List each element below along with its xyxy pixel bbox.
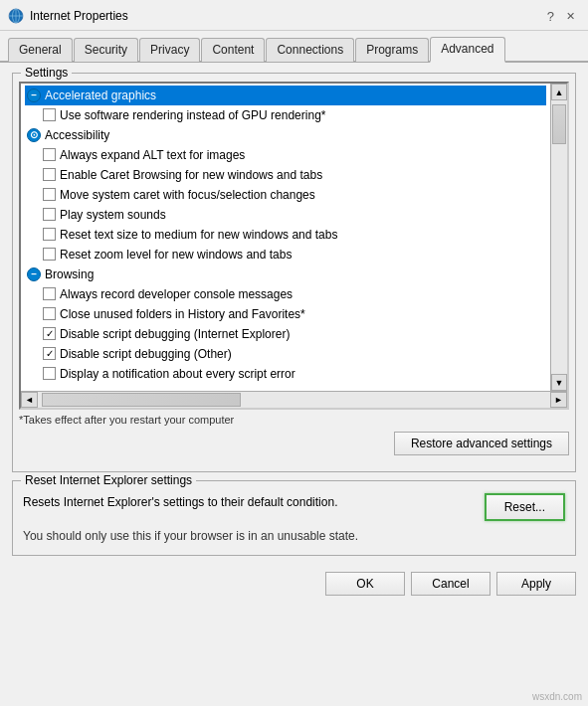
help-button[interactable]: ?	[547, 9, 554, 24]
restore-advanced-button[interactable]: Restore advanced settings	[394, 432, 569, 455]
tabs-bar: General Security Privacy Content Connect…	[0, 31, 588, 63]
scroll-thumb-area	[551, 100, 567, 374]
checkbox-disable-script-ie[interactable]: ✓	[43, 327, 56, 340]
reset-group-title: Reset Internet Explorer settings	[21, 473, 196, 487]
tab-security[interactable]: Security	[74, 38, 138, 62]
list-item-reset-text-size[interactable]: Reset text size to medium for new window…	[25, 225, 546, 245]
list-item-disable-script-ie[interactable]: ✓ Disable script debugging (Internet Exp…	[25, 324, 546, 344]
reset-description: Resets Internet Explorer's settings to t…	[23, 493, 473, 511]
checkbox-reset-text-size[interactable]	[43, 228, 56, 241]
item-label: Disable script debugging (Other)	[60, 345, 232, 363]
cancel-button[interactable]: Cancel	[411, 572, 490, 596]
list-item-browsing[interactable]: – Browsing	[25, 265, 546, 284]
bottom-buttons: OK Cancel Apply	[12, 568, 576, 600]
list-item-display-notification[interactable]: Display a notification about every scrip…	[25, 364, 546, 384]
checkbox-alt-text[interactable]	[43, 148, 56, 161]
list-item-system-sounds[interactable]: Play system sounds	[25, 205, 546, 225]
tab-privacy[interactable]: Privacy	[139, 38, 200, 62]
window-controls: ? ✕	[547, 6, 580, 26]
reset-button[interactable]: Reset...	[485, 493, 565, 521]
list-item-disable-script-other[interactable]: ✓ Disable script debugging (Other)	[25, 344, 546, 364]
checkbox-reset-zoom[interactable]	[43, 248, 56, 261]
item-label: Display a notification about every scrip…	[60, 365, 295, 383]
checkbox-software-rendering[interactable]	[43, 108, 56, 121]
list-item-accelerated-graphics[interactable]: – Accelerated graphics	[25, 86, 546, 105]
scroll-down-btn[interactable]: ▼	[551, 374, 567, 391]
item-label: Always record developer console messages	[60, 285, 293, 303]
h-scroll-track	[38, 392, 550, 408]
settings-list-outer: – Accelerated graphics Use software rend…	[19, 82, 569, 410]
close-button[interactable]: ✕	[560, 6, 580, 26]
vertical-scrollbar[interactable]: ▲ ▼	[550, 84, 567, 391]
watermark: wsxdn.com	[532, 691, 582, 702]
list-item-caret-browsing[interactable]: Enable Caret Browsing for new windows an…	[25, 165, 546, 185]
list-content: – Accelerated graphics Use software rend…	[21, 84, 550, 391]
item-label: Use software rendering instead of GPU re…	[60, 106, 325, 124]
category-icon-accessibility: ⊙	[27, 128, 41, 142]
tab-connections[interactable]: Connections	[266, 38, 354, 62]
list-item-reset-zoom[interactable]: Reset zoom level for new windows and tab…	[25, 245, 546, 265]
scroll-right-btn[interactable]: ►	[550, 392, 567, 408]
ok-button[interactable]: OK	[325, 572, 405, 596]
reset-btn-area: Reset...	[485, 493, 565, 521]
reset-description-text: Resets Internet Explorer's settings to t…	[23, 495, 337, 509]
item-label: Accelerated graphics	[45, 87, 156, 104]
scroll-thumb[interactable]	[552, 104, 566, 144]
reset-inner: Resets Internet Explorer's settings to t…	[23, 493, 565, 521]
list-item-system-caret[interactable]: Move system caret with focus/selection c…	[25, 185, 546, 205]
app-icon	[8, 8, 24, 24]
checkbox-caret-browsing[interactable]	[43, 168, 56, 181]
checkbox-developer-console[interactable]	[43, 287, 56, 300]
item-label: Accessibility	[45, 126, 109, 144]
item-label: Always expand ALT text for images	[60, 146, 245, 164]
restore-button-row: Restore advanced settings	[19, 432, 569, 455]
list-item-software-rendering[interactable]: Use software rendering instead of GPU re…	[25, 105, 546, 125]
note-text: *Takes effect after you restart your com…	[19, 414, 569, 426]
checkbox-system-caret[interactable]	[43, 188, 56, 201]
item-label: Reset zoom level for new windows and tab…	[60, 246, 292, 264]
item-label: Enable Caret Browsing for new windows an…	[60, 166, 322, 184]
item-label: Reset text size to medium for new window…	[60, 226, 337, 244]
checkbox-display-notification[interactable]	[43, 367, 56, 380]
tab-general[interactable]: General	[8, 38, 73, 62]
list-item-developer-console[interactable]: Always record developer console messages	[25, 284, 546, 304]
item-label: Play system sounds	[60, 206, 166, 224]
settings-group: Settings – Accelerated graphics Use soft…	[12, 73, 576, 472]
item-label: Close unused folders in History and Favo…	[60, 305, 305, 323]
item-label: Browsing	[45, 265, 94, 283]
category-icon: –	[27, 88, 41, 102]
horizontal-scrollbar[interactable]: ◄ ►	[21, 391, 567, 408]
scroll-up-btn[interactable]: ▲	[551, 84, 567, 100]
h-scroll-thumb[interactable]	[42, 393, 241, 407]
title-bar: Internet Properties ? ✕	[0, 0, 588, 31]
tab-programs[interactable]: Programs	[355, 38, 429, 62]
scroll-left-btn[interactable]: ◄	[21, 392, 38, 408]
checkbox-system-sounds[interactable]	[43, 208, 56, 221]
category-icon-browsing: –	[27, 267, 41, 281]
list-scroll-area: – Accelerated graphics Use software rend…	[21, 84, 567, 391]
checkbox-disable-script-other[interactable]: ✓	[43, 347, 56, 360]
checkbox-close-folders[interactable]	[43, 307, 56, 320]
item-label: Disable script debugging (Internet Explo…	[60, 325, 290, 343]
apply-button[interactable]: Apply	[496, 572, 576, 596]
window-title: Internet Properties	[30, 9, 128, 23]
list-item-alt-text[interactable]: Always expand ALT text for images	[25, 145, 546, 165]
main-content: Settings – Accelerated graphics Use soft…	[0, 63, 588, 612]
list-item-accessibility[interactable]: ⊙ Accessibility	[25, 125, 546, 145]
warning-text: You should only use this if your browser…	[23, 527, 565, 545]
tab-content[interactable]: Content	[201, 38, 265, 62]
tab-advanced[interactable]: Advanced	[430, 37, 504, 63]
list-item-close-folders[interactable]: Close unused folders in History and Favo…	[25, 304, 546, 324]
settings-group-label: Settings	[21, 66, 72, 80]
reset-group: Reset Internet Explorer settings Resets …	[12, 480, 576, 556]
item-label: Move system caret with focus/selection c…	[60, 186, 315, 204]
